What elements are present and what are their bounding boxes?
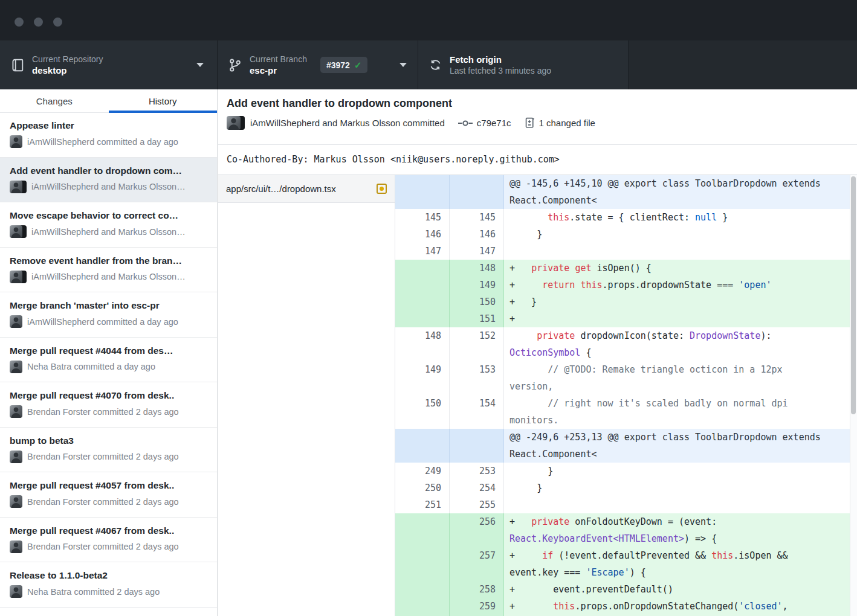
new-line-number: 259: [450, 598, 504, 616]
diff-line: 146146 }: [395, 226, 850, 243]
fetch-origin-button[interactable]: Fetch origin Last fetched 3 minutes ago: [418, 40, 629, 89]
old-line-number: 150: [395, 395, 450, 429]
commit-author-avatars: [227, 116, 245, 130]
avatar: [10, 495, 22, 508]
diff-line-content: + event.preventDefault(): [504, 581, 850, 598]
chevron-down-icon: [196, 63, 204, 67]
diff-line-content: // right now it's scaled badly on normal…: [504, 395, 850, 429]
diff-line-content: + private get isOpen() {: [504, 260, 850, 277]
window-close-button[interactable]: [15, 18, 24, 27]
old-line-number: [395, 260, 450, 277]
repository-name: desktop: [32, 65, 103, 76]
tab-history[interactable]: History: [109, 89, 218, 112]
avatar: [227, 116, 241, 130]
pr-number: #3972: [326, 60, 350, 70]
diff-view: @@ -145,6 +145,10 @@ export class Toolba…: [395, 175, 850, 616]
current-branch-button[interactable]: Current Branch esc-pr #3972 ✓: [218, 40, 418, 89]
diff-line-content: [504, 243, 850, 260]
diff-line-content: + }: [504, 294, 850, 310]
diff-line: 257+ if (!event.defaultPrevented && this…: [395, 547, 850, 581]
commit-item-title: Release to 1.1.0-beta2: [10, 569, 207, 581]
old-line-number: 250: [395, 480, 450, 496]
commit-avatar: [10, 181, 27, 193]
commit-avatar: [10, 451, 22, 463]
branch-name: esc-pr: [250, 65, 307, 76]
window-zoom-button[interactable]: [53, 18, 62, 27]
changed-file-item[interactable]: app/src/ui/t…/dropdown.tsx: [218, 175, 395, 203]
window-minimize-button[interactable]: [34, 18, 43, 27]
commit-item-meta: Neha Batra committed 2 days ago: [27, 587, 160, 597]
diff-line-content: }: [504, 226, 850, 243]
new-line-number: [450, 175, 504, 209]
commit-item-meta: iAmWillShepherd and Markus Olsson…: [31, 182, 186, 191]
commit-item-meta: iAmWillShepherd committed a day ago: [27, 317, 178, 327]
diff-line-content: this.state = { clientRect: null }: [504, 209, 850, 226]
commit-avatar: [10, 405, 22, 418]
old-line-number: 148: [395, 327, 450, 361]
diff-line-content: // @TODO: Remake triangle octicon in a 1…: [504, 361, 850, 395]
diff-line: 150154 // right now it's scaled badly on…: [395, 395, 850, 429]
new-line-number: 254: [450, 480, 504, 496]
diff-line: 251255: [395, 496, 850, 513]
commit-list-item[interactable]: Add event handler to dropdown com…iAmWil…: [0, 158, 217, 203]
commit-byline: iAmWillShepherd and Markus Olsson commit…: [250, 118, 445, 128]
commit-list-item[interactable]: Merge branch 'master' into esc-priAmWill…: [0, 292, 217, 338]
ci-success-check-icon: ✓: [354, 60, 362, 71]
diff-line-content: }: [504, 463, 850, 480]
new-line-number: 150: [450, 294, 504, 310]
diff-line-content: @@ -145,6 +145,10 @@ export class Toolba…: [504, 175, 850, 209]
commit-sha: c79e71c: [477, 118, 511, 128]
commit-list-item[interactable]: Move escape behavior to correct co…iAmWi…: [0, 202, 217, 248]
chevron-down-icon: [399, 63, 407, 67]
commit-description: Co-Authored-By: Markus Olsson <niik@user…: [218, 145, 857, 175]
commit-item-title: bump to beta3: [10, 435, 207, 446]
commit-list-item[interactable]: Merge pull request #4044 from des…Neha B…: [0, 338, 217, 383]
old-line-number: 145: [395, 209, 450, 226]
old-line-number: 149: [395, 361, 450, 395]
diff-line: 150+ }: [395, 294, 850, 310]
diff-line-content: + return this.props.dropdownState === 'o…: [504, 277, 850, 294]
new-line-number: 146: [450, 226, 504, 243]
commit-item-meta: Neha Batra committed a day ago: [27, 362, 155, 371]
commit-list-item[interactable]: Merge pull request #4067 from desk..Bren…: [0, 518, 217, 563]
fetch-sublabel: Last fetched 3 minutes ago: [450, 65, 551, 76]
diff-line: 145145 this.state = { clientRect: null }: [395, 209, 850, 226]
avatar: [10, 135, 22, 148]
commit-item-title: Merge pull request #4057 from desk..: [10, 480, 207, 491]
tab-changes[interactable]: Changes: [0, 89, 109, 112]
commit-item-meta: iAmWillShepherd and Markus Olsson…: [31, 272, 186, 281]
commit-item-meta: iAmWillShepherd committed a day ago: [27, 137, 178, 147]
current-repository-button[interactable]: Current Repository desktop: [0, 40, 218, 89]
diff-line: 259+ this.props.onDropdownStateChanged('…: [395, 598, 850, 616]
commit-list-item[interactable]: Merge pull request #4070 from desk..Bren…: [0, 382, 217, 428]
commit-list-item[interactable]: Release to 1.1.0-beta2Neha Batra committ…: [0, 562, 217, 608]
commit-list-item[interactable]: Appease linteriAmWillShepherd committed …: [0, 112, 217, 158]
old-line-number: [395, 429, 450, 463]
app-toolbar: Current Repository desktop Current Branc…: [0, 40, 857, 89]
old-line-number: [395, 547, 450, 581]
commit-list-item[interactable]: Merge pull request #4057 from desk..Bren…: [0, 472, 217, 518]
commit-list-item[interactable]: Remove event handler from the bran…iAmWi…: [0, 248, 217, 293]
diff-line: 256+ private onFoldoutKeyDown = (event: …: [395, 513, 850, 547]
new-line-number: 255: [450, 496, 504, 513]
commit-list-item[interactable]: bump to beta3Brendan Forster committed 2…: [0, 428, 217, 473]
diff-content: app/src/ui/t…/dropdown.tsx @@ -145,6 +14…: [218, 175, 857, 616]
commit-history-list: Appease linteriAmWillShepherd committed …: [0, 112, 217, 616]
repository-label: Current Repository: [32, 54, 103, 65]
file-path: app/src/ui/t…/dropdown.tsx: [226, 184, 377, 194]
commit-item-title: Merge pull request #4070 from desk..: [10, 390, 207, 401]
commit-summary: Add event handler to dropdown component …: [218, 89, 857, 145]
commit-item-meta: Brendan Forster committed 2 days ago: [27, 542, 179, 551]
diff-hunk-header: @@ -249,6 +253,13 @@ export class Toolba…: [395, 429, 850, 463]
commit-avatar: [10, 495, 22, 508]
commit-avatar: [10, 315, 22, 328]
diff-scrollbar-thumb[interactable]: [851, 176, 856, 414]
git-branch-icon: [228, 57, 242, 73]
diff-scrollbar-track: [850, 175, 857, 616]
avatar: [10, 405, 22, 418]
commit-list-item[interactable]: Merge pull request #4056 from des…: [0, 608, 217, 616]
commit-item-meta: Brendan Forster committed 2 days ago: [27, 407, 179, 417]
commit-item-meta: iAmWillShepherd and Markus Olsson…: [31, 227, 186, 237]
avatar: [10, 361, 22, 373]
commit-changed-files: 1 changed file: [539, 118, 595, 128]
